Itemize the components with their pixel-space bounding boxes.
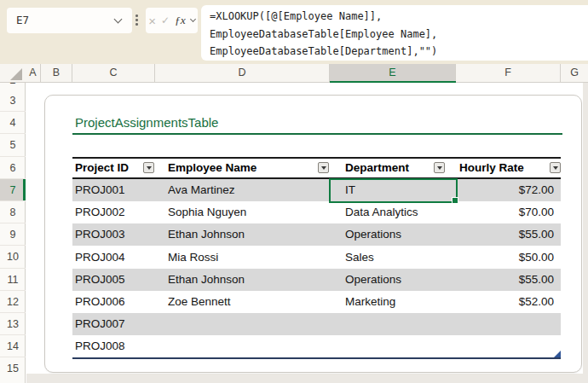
cell-department[interactable]: Sales — [345, 246, 456, 269]
formula-input[interactable]: =XLOOKUP([@[Employee Name]], EmployeeDat… — [201, 5, 588, 61]
cell-reference: E7 — [16, 8, 29, 33]
formula-line: EmployeeDatabaseTable[Department],"") — [210, 43, 588, 61]
selected-cell-border — [329, 178, 458, 203]
row-header-7-selected[interactable]: 7 — [0, 179, 26, 201]
cell-project-id[interactable]: PROJ003 — [75, 223, 165, 246]
table-bottom-border — [72, 357, 561, 359]
filter-dropdown-icon[interactable] — [318, 162, 329, 173]
title-underline — [72, 133, 562, 135]
row-header-14[interactable]: 14 — [0, 335, 26, 357]
row-header-15[interactable]: 15 — [0, 357, 26, 380]
cell-department[interactable]: Operations — [345, 223, 456, 246]
table-row: PROJ004 Mia Rossi Sales $50.00 — [72, 246, 561, 269]
cell-department[interactable]: Operations — [345, 269, 456, 291]
cell-hourly-rate[interactable]: $55.00 — [456, 223, 554, 246]
row-header-2[interactable]: 2 — [0, 83, 26, 90]
column-header-A[interactable]: A — [26, 64, 41, 83]
column-header-employee-name[interactable]: Employee Name — [168, 159, 257, 177]
column-header-F[interactable]: F — [456, 64, 561, 83]
cell-hourly-rate[interactable]: $52.00 — [456, 291, 554, 313]
chevron-down-icon[interactable] — [190, 16, 196, 22]
row-header-4[interactable]: 4 — [0, 112, 26, 134]
cancel-icon[interactable]: × — [148, 15, 156, 27]
table-title-cell[interactable]: ProjectAssignmentsTable — [75, 115, 218, 130]
formula-line: EmployeeDatabaseTable[Employee Name], — [210, 26, 588, 44]
cell-project-id[interactable]: PROJ005 — [75, 269, 165, 291]
row-header-11[interactable]: 11 — [0, 269, 26, 291]
cell-employee-name[interactable]: Mia Rossi — [168, 246, 343, 269]
cell-employee-name[interactable]: Zoe Bennett — [168, 291, 343, 313]
row-header-9[interactable]: 9 — [0, 223, 26, 246]
cell-hourly-rate[interactable]: $70.00 — [456, 201, 554, 223]
column-header-hourly-rate[interactable]: Hourly Rate — [459, 159, 524, 177]
cell-project-id[interactable]: PROJ007 — [75, 313, 165, 335]
row-header-10[interactable]: 10 — [0, 246, 26, 269]
table-row: PROJ001 Ava Martinez IT $72.00 — [72, 179, 561, 201]
table-row: PROJ005 Ethan Johnson Operations $55.00 — [72, 269, 561, 291]
table-row: PROJ002 Sophia Nguyen Data Analytics $70… — [72, 201, 561, 223]
cell-employee-name[interactable]: Sophia Nguyen — [168, 201, 343, 223]
table-resize-handle-icon[interactable] — [554, 351, 561, 357]
column-header-B[interactable]: B — [41, 64, 72, 83]
canvas-margin-bottom — [26, 374, 588, 383]
select-all-corner[interactable] — [10, 68, 22, 80]
cell-employee-name[interactable]: Ethan Johnson — [168, 269, 343, 291]
formula-buttons: × ✓ ƒx — [146, 8, 198, 33]
filter-dropdown-icon[interactable] — [143, 162, 154, 173]
table-row: PROJ008 — [72, 335, 561, 357]
cell-hourly-rate[interactable]: $55.00 — [456, 269, 554, 291]
cell-project-id[interactable]: PROJ006 — [75, 291, 165, 313]
cell-employee-name[interactable]: Ethan Johnson — [168, 223, 343, 246]
row-header-3[interactable]: 3 — [0, 90, 26, 112]
table-row: PROJ006 Zoe Bennett Marketing $52.00 — [72, 291, 561, 313]
row-header-8[interactable]: 8 — [0, 201, 26, 223]
cell-hourly-rate[interactable]: $72.00 — [456, 179, 554, 201]
formula-line: =XLOOKUP([@[Employee Name]], — [210, 8, 588, 26]
cell-department[interactable]: Marketing — [345, 291, 456, 313]
canvas-margin-right — [583, 83, 588, 383]
cell-project-id[interactable]: PROJ002 — [75, 201, 165, 223]
filter-dropdown-icon[interactable] — [550, 162, 561, 173]
drag-handle-dots-icon — [135, 15, 138, 26]
excel-window: E7 × ✓ ƒx =XLOOKUP([@[Employee Name]], E… — [0, 0, 588, 383]
column-header-project-id[interactable]: Project ID — [75, 159, 129, 177]
cell-project-id[interactable]: PROJ004 — [75, 246, 165, 269]
row-header-6[interactable]: 6 — [0, 157, 26, 179]
name-box[interactable]: E7 — [7, 8, 132, 33]
cell-department[interactable]: Data Analytics — [345, 201, 456, 223]
row-header-12[interactable]: 12 — [0, 291, 26, 313]
table-header-row: Project ID Employee Name Department Hour… — [72, 157, 561, 179]
row-header-5[interactable]: 5 — [0, 134, 26, 157]
chevron-down-icon — [114, 15, 123, 24]
column-header-C[interactable]: C — [72, 64, 155, 83]
column-header-D[interactable]: D — [155, 64, 330, 83]
table-row: PROJ007 — [72, 313, 561, 335]
enter-icon[interactable]: ✓ — [161, 15, 170, 26]
insert-function-icon[interactable]: ƒx — [175, 15, 186, 26]
column-header-department[interactable]: Department — [345, 159, 409, 177]
table-row: PROJ003 Ethan Johnson Operations $55.00 — [72, 223, 561, 246]
cell-employee-name[interactable]: Ava Martinez — [168, 179, 343, 201]
cell-project-id[interactable]: PROJ001 — [75, 179, 165, 201]
cell-hourly-rate[interactable]: $50.00 — [456, 246, 554, 269]
fill-handle[interactable] — [452, 197, 458, 204]
row-header-13[interactable]: 13 — [0, 313, 26, 335]
cell-project-id[interactable]: PROJ008 — [75, 335, 165, 357]
filter-dropdown-icon[interactable] — [434, 162, 445, 173]
column-header-G[interactable]: G — [561, 64, 588, 83]
